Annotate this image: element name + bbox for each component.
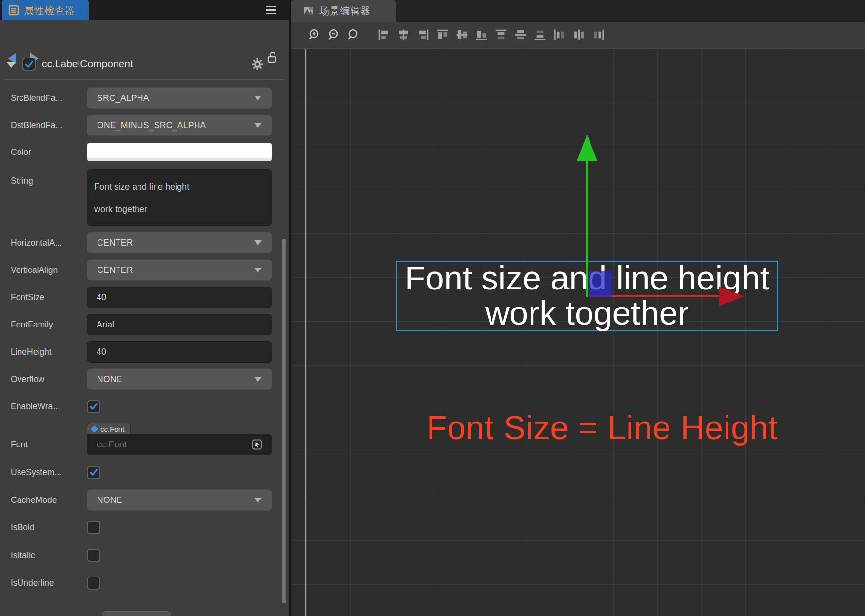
property-label: Overflow [11, 374, 44, 385]
property-label: Font [11, 440, 28, 450]
property-row-font: Font cc.Font cc.Font [0, 434, 289, 455]
inspector-list-icon [8, 4, 20, 16]
align-top-icon[interactable] [434, 27, 451, 43]
property-row-usesystemfont: UseSystem... [0, 465, 289, 479]
enablewrap-checkbox[interactable] [87, 400, 100, 413]
isbold-checkbox[interactable] [87, 521, 100, 534]
inspector-nav-row [0, 20, 289, 49]
tab-property-inspector[interactable]: 属性检查器 [2, 0, 89, 20]
property-row-color: Color [0, 143, 289, 161]
gizmo-origin-handle[interactable] [589, 271, 612, 297]
annotation-text: Font Size = Line Height [427, 408, 778, 446]
align-left-icon[interactable] [375, 27, 392, 43]
chevron-down-icon [254, 240, 262, 245]
isitalic-checkbox[interactable] [87, 549, 100, 562]
property-row-isunderline: IsUnderline [0, 576, 289, 590]
scene-viewport[interactable]: Font size and line height work together … [291, 49, 865, 616]
cachemode-dropdown[interactable]: NONE [87, 489, 272, 511]
app-window: 属性检查器 cc.LabelComponent [0, 0, 865, 616]
srcblendfactor-dropdown[interactable]: SRC_ALPHA [87, 87, 272, 109]
gizmo-y-axis-line[interactable] [586, 161, 588, 297]
hamburger-menu-icon[interactable] [265, 5, 277, 16]
align-right-icon[interactable] [414, 27, 431, 43]
scene-tab-label: 场景编辑器 [319, 4, 371, 18]
fontfamily-input[interactable] [87, 314, 272, 335]
string-textarea[interactable]: Font size and line height work together [87, 169, 272, 226]
fontsize-input[interactable] [87, 287, 272, 308]
property-row-horizontalalign: HorizontalA... CENTER [0, 232, 289, 253]
canvas-boundary-line [305, 49, 306, 616]
gizmo-x-axis-arrow-icon[interactable] [719, 287, 745, 306]
align-center-horizontal-icon[interactable] [395, 27, 412, 43]
property-row-isbold: IsBold [0, 520, 289, 534]
horizontalalign-dropdown[interactable]: CENTER [87, 232, 272, 253]
scene-tabstrip: 场景编辑器 [291, 0, 865, 22]
verticalalign-dropdown[interactable]: CENTER [87, 259, 272, 281]
property-row-overflow: Overflow NONE [0, 368, 289, 390]
inspector-tab-label: 属性检查器 [24, 4, 75, 17]
inspector-tabstrip: 属性检查器 [0, 0, 289, 20]
property-row-enablewrap: EnableWra... [0, 400, 289, 413]
scene-image-icon [303, 5, 314, 17]
component-enabled-checkbox[interactable] [22, 58, 36, 71]
asset-diamond-icon [91, 425, 98, 433]
scene-editor-panel: 场景编辑器 [291, 0, 865, 616]
dstblendfactor-dropdown[interactable]: ONE_MINUS_SRC_ALPHA [87, 115, 272, 136]
property-row-fontsize: FontSize [0, 287, 289, 308]
chevron-down-icon [254, 498, 262, 502]
inspector-panel: 属性检查器 cc.LabelComponent [0, 0, 289, 616]
distribute-bottom-icon[interactable] [531, 27, 548, 43]
usesystemfont-checkbox[interactable] [87, 466, 100, 479]
property-label: UseSystem... [11, 467, 61, 478]
property-row-srcblendfactor: SrcBlendFa... SRC_ALPHA [0, 87, 289, 109]
property-label: EnableWra... [11, 402, 60, 412]
divider [6, 79, 283, 80]
chevron-down-icon [254, 96, 262, 100]
align-middle-vertical-icon[interactable] [453, 27, 470, 43]
chevron-down-icon [254, 123, 262, 128]
property-row-lineheight: LineHeight [0, 341, 289, 363]
tab-scene-editor[interactable]: 场景编辑器 [291, 0, 396, 22]
distribute-middle-icon[interactable] [512, 27, 529, 43]
property-label: HorizontalA... [11, 238, 62, 248]
label-node-line2: work together [485, 296, 689, 331]
gizmo-y-axis-arrow-icon[interactable] [577, 135, 597, 161]
distribute-top-icon[interactable] [492, 27, 509, 43]
chevron-down-icon[interactable] [7, 62, 16, 68]
property-row-dstblendfactor: DstBlendFa... ONE_MINUS_SRC_ALPHA [0, 115, 289, 136]
isunderline-checkbox[interactable] [87, 577, 100, 590]
property-label: IsItalic [11, 550, 35, 560]
asset-picker-icon[interactable] [252, 439, 262, 450]
zoom-in-icon[interactable] [307, 27, 323, 43]
distribute-left-icon[interactable] [551, 27, 568, 43]
dropdown-value: ONE_MINUS_SRC_ALPHA [97, 120, 254, 131]
dropdown-value: NONE [97, 374, 254, 385]
component-header: cc.LabelComponent [0, 54, 289, 75]
property-label: FontSize [11, 292, 44, 303]
inspector-scrollbar[interactable] [282, 239, 286, 603]
property-label: IsUnderline [11, 578, 54, 588]
dropdown-value: SRC_ALPHA [97, 93, 254, 103]
property-row-verticalalign: VerticalAlign CENTER [0, 259, 289, 281]
distribute-right-icon[interactable] [590, 27, 607, 43]
distribute-center-icon[interactable] [570, 27, 587, 43]
gear-icon[interactable] [251, 58, 264, 71]
dropdown-value: CENTER [97, 265, 254, 275]
overflow-dropdown[interactable]: NONE [87, 368, 272, 390]
color-swatch[interactable] [87, 143, 272, 161]
chevron-down-icon [254, 268, 262, 272]
align-bottom-icon[interactable] [473, 27, 490, 43]
property-label: DstBlendFa... [11, 120, 62, 131]
property-row-isitalic: IsItalic [0, 548, 289, 562]
component-title: cc.LabelComponent [42, 58, 133, 70]
chevron-down-icon [254, 377, 262, 382]
font-asset-type-badge: cc.Font [87, 423, 131, 435]
font-asset-field[interactable]: cc.Font [87, 434, 272, 455]
search-icon[interactable] [346, 27, 362, 43]
asset-badge-label: cc.Font [100, 425, 124, 433]
property-label: Color [11, 147, 31, 157]
lineheight-input[interactable] [87, 341, 272, 363]
scene-toolbar [291, 22, 865, 49]
zoom-out-icon[interactable] [326, 27, 343, 43]
bottom-button-partial[interactable] [102, 611, 171, 616]
